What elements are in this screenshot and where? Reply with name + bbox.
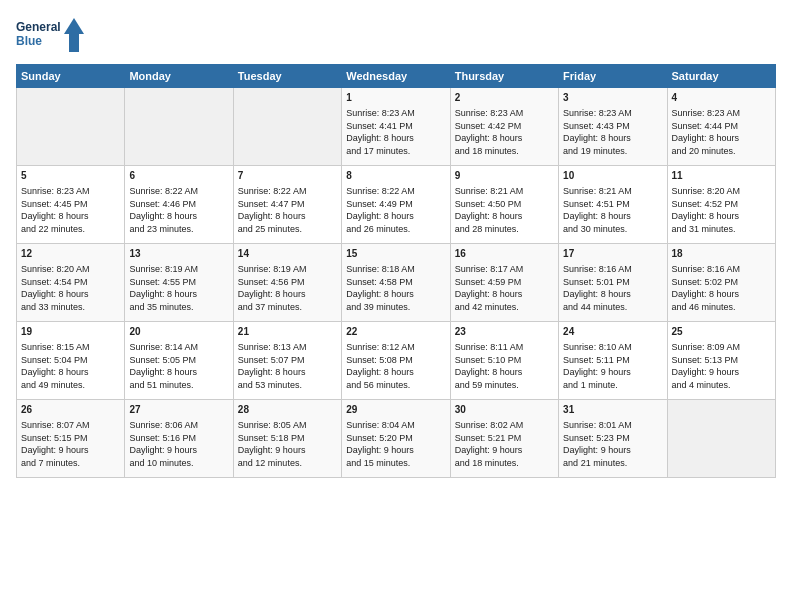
calendar-cell: 26Sunrise: 8:07 AMSunset: 5:15 PMDayligh… xyxy=(17,400,125,478)
day-info: Sunrise: 8:23 AM xyxy=(455,107,554,120)
day-info: Daylight: 8 hours xyxy=(21,366,120,379)
calendar-cell: 9Sunrise: 8:21 AMSunset: 4:50 PMDaylight… xyxy=(450,166,558,244)
calendar-cell: 17Sunrise: 8:16 AMSunset: 5:01 PMDayligh… xyxy=(559,244,667,322)
calendar-week-2: 5Sunrise: 8:23 AMSunset: 4:45 PMDaylight… xyxy=(17,166,776,244)
day-info: Daylight: 8 hours xyxy=(455,288,554,301)
day-number: 30 xyxy=(455,403,554,417)
day-info: Daylight: 8 hours xyxy=(21,210,120,223)
calendar-cell xyxy=(17,88,125,166)
day-number: 18 xyxy=(672,247,771,261)
day-info: Sunset: 5:20 PM xyxy=(346,432,445,445)
day-info: and 15 minutes. xyxy=(346,457,445,470)
logo: General Blue xyxy=(16,16,86,56)
day-number: 28 xyxy=(238,403,337,417)
calendar-cell: 24Sunrise: 8:10 AMSunset: 5:11 PMDayligh… xyxy=(559,322,667,400)
day-info: Sunset: 4:54 PM xyxy=(21,276,120,289)
day-info: Sunrise: 8:23 AM xyxy=(346,107,445,120)
weekday-header-sunday: Sunday xyxy=(17,65,125,88)
svg-text:Blue: Blue xyxy=(16,34,42,48)
day-info: Daylight: 9 hours xyxy=(672,366,771,379)
day-info: Sunrise: 8:21 AM xyxy=(455,185,554,198)
day-info: Sunrise: 8:20 AM xyxy=(21,263,120,276)
day-info: and 51 minutes. xyxy=(129,379,228,392)
day-info: Sunrise: 8:15 AM xyxy=(21,341,120,354)
day-info: Daylight: 9 hours xyxy=(129,444,228,457)
day-info: Sunrise: 8:23 AM xyxy=(672,107,771,120)
day-info: and 31 minutes. xyxy=(672,223,771,236)
day-info: Sunrise: 8:19 AM xyxy=(238,263,337,276)
day-info: Sunset: 4:55 PM xyxy=(129,276,228,289)
day-number: 9 xyxy=(455,169,554,183)
day-info: Sunset: 4:59 PM xyxy=(455,276,554,289)
day-info: Daylight: 9 hours xyxy=(563,444,662,457)
day-number: 14 xyxy=(238,247,337,261)
day-info: Sunrise: 8:14 AM xyxy=(129,341,228,354)
day-info: and 49 minutes. xyxy=(21,379,120,392)
day-info: Daylight: 8 hours xyxy=(672,210,771,223)
day-number: 25 xyxy=(672,325,771,339)
day-info: Daylight: 8 hours xyxy=(129,210,228,223)
day-info: and 28 minutes. xyxy=(455,223,554,236)
day-info: Sunrise: 8:17 AM xyxy=(455,263,554,276)
day-info: and 46 minutes. xyxy=(672,301,771,314)
day-info: Sunset: 4:51 PM xyxy=(563,198,662,211)
day-info: Sunset: 5:11 PM xyxy=(563,354,662,367)
weekday-header-tuesday: Tuesday xyxy=(233,65,341,88)
day-info: Sunrise: 8:10 AM xyxy=(563,341,662,354)
calendar-week-4: 19Sunrise: 8:15 AMSunset: 5:04 PMDayligh… xyxy=(17,322,776,400)
day-number: 21 xyxy=(238,325,337,339)
day-info: Sunset: 5:10 PM xyxy=(455,354,554,367)
calendar-cell: 7Sunrise: 8:22 AMSunset: 4:47 PMDaylight… xyxy=(233,166,341,244)
day-number: 31 xyxy=(563,403,662,417)
day-number: 22 xyxy=(346,325,445,339)
day-info: Daylight: 9 hours xyxy=(563,366,662,379)
calendar-week-5: 26Sunrise: 8:07 AMSunset: 5:15 PMDayligh… xyxy=(17,400,776,478)
weekday-header-saturday: Saturday xyxy=(667,65,775,88)
weekday-header-monday: Monday xyxy=(125,65,233,88)
day-info: Sunrise: 8:18 AM xyxy=(346,263,445,276)
day-info: Sunrise: 8:05 AM xyxy=(238,419,337,432)
calendar-cell xyxy=(667,400,775,478)
day-number: 7 xyxy=(238,169,337,183)
day-number: 10 xyxy=(563,169,662,183)
weekday-header-row: SundayMondayTuesdayWednesdayThursdayFrid… xyxy=(17,65,776,88)
calendar-cell: 16Sunrise: 8:17 AMSunset: 4:59 PMDayligh… xyxy=(450,244,558,322)
day-number: 15 xyxy=(346,247,445,261)
calendar-cell: 31Sunrise: 8:01 AMSunset: 5:23 PMDayligh… xyxy=(559,400,667,478)
day-info: Sunrise: 8:01 AM xyxy=(563,419,662,432)
calendar-cell: 19Sunrise: 8:15 AMSunset: 5:04 PMDayligh… xyxy=(17,322,125,400)
day-info: Sunset: 4:49 PM xyxy=(346,198,445,211)
day-info: Daylight: 8 hours xyxy=(672,132,771,145)
day-info: Sunset: 4:50 PM xyxy=(455,198,554,211)
day-info: and 20 minutes. xyxy=(672,145,771,158)
day-info: Sunrise: 8:22 AM xyxy=(238,185,337,198)
day-number: 24 xyxy=(563,325,662,339)
day-info: Sunrise: 8:07 AM xyxy=(21,419,120,432)
calendar-cell: 14Sunrise: 8:19 AMSunset: 4:56 PMDayligh… xyxy=(233,244,341,322)
day-info: Daylight: 8 hours xyxy=(238,366,337,379)
day-info: Daylight: 8 hours xyxy=(455,132,554,145)
day-info: and 25 minutes. xyxy=(238,223,337,236)
calendar-cell: 1Sunrise: 8:23 AMSunset: 4:41 PMDaylight… xyxy=(342,88,450,166)
day-info: Sunset: 5:18 PM xyxy=(238,432,337,445)
calendar-cell: 22Sunrise: 8:12 AMSunset: 5:08 PMDayligh… xyxy=(342,322,450,400)
day-info: Sunset: 5:23 PM xyxy=(563,432,662,445)
day-number: 29 xyxy=(346,403,445,417)
day-number: 19 xyxy=(21,325,120,339)
calendar-cell: 4Sunrise: 8:23 AMSunset: 4:44 PMDaylight… xyxy=(667,88,775,166)
day-info: Sunset: 4:41 PM xyxy=(346,120,445,133)
day-info: Sunset: 4:43 PM xyxy=(563,120,662,133)
day-number: 6 xyxy=(129,169,228,183)
day-info: and 7 minutes. xyxy=(21,457,120,470)
calendar-cell: 12Sunrise: 8:20 AMSunset: 4:54 PMDayligh… xyxy=(17,244,125,322)
day-info: Daylight: 9 hours xyxy=(455,444,554,457)
day-number: 11 xyxy=(672,169,771,183)
day-info: Daylight: 8 hours xyxy=(563,210,662,223)
calendar-cell: 25Sunrise: 8:09 AMSunset: 5:13 PMDayligh… xyxy=(667,322,775,400)
day-info: and 23 minutes. xyxy=(129,223,228,236)
calendar-cell: 28Sunrise: 8:05 AMSunset: 5:18 PMDayligh… xyxy=(233,400,341,478)
day-info: Daylight: 9 hours xyxy=(238,444,337,457)
day-info: Daylight: 8 hours xyxy=(238,288,337,301)
day-info: Daylight: 8 hours xyxy=(455,210,554,223)
day-info: and 18 minutes. xyxy=(455,145,554,158)
